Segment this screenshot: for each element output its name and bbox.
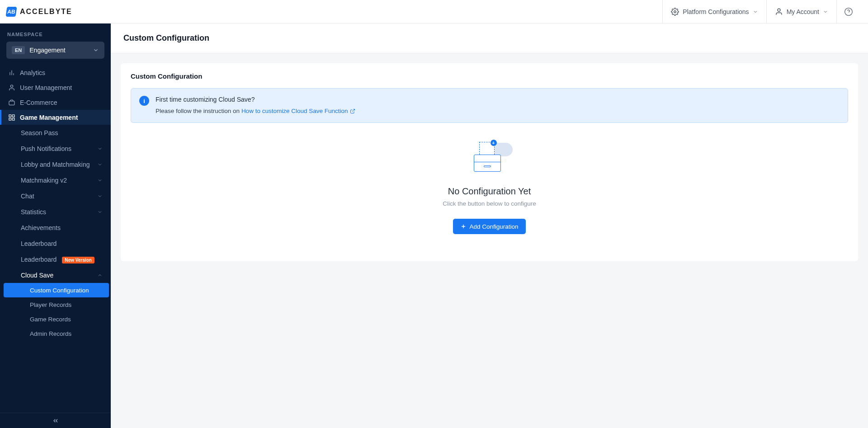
- platform-configurations-menu[interactable]: Platform Configurations: [662, 0, 766, 23]
- plus-icon: [460, 223, 467, 230]
- sub-item-chat[interactable]: Chat: [0, 188, 111, 204]
- sub2-item-admin-records[interactable]: Admin Records: [0, 326, 111, 341]
- sub-item-label: Leaderboard: [21, 256, 57, 263]
- sub2-item-label: Game Records: [30, 316, 71, 323]
- panel-custom-configuration: Custom Configuration i First time custom…: [121, 63, 858, 261]
- svg-point-2: [844, 8, 852, 15]
- store-icon: [8, 99, 15, 106]
- platform-configurations-label: Platform Configurations: [683, 8, 749, 15]
- sub-item-leaderboard[interactable]: Leaderboard: [0, 235, 111, 251]
- new-version-badge: New Version: [62, 257, 94, 263]
- sub-item-label: Push Notifications: [21, 145, 71, 152]
- sub-item-push-notifications[interactable]: Push Notifications: [0, 141, 111, 156]
- button-label: Add Configuration: [469, 223, 518, 230]
- sidebar-item-user-management[interactable]: User Management: [0, 80, 111, 95]
- customize-cloud-save-link[interactable]: How to customize Cloud Save Function: [241, 108, 355, 114]
- sub2-item-label: Admin Records: [30, 330, 71, 337]
- game-management-submenu: Season Pass Push Notifications Lobby and…: [0, 125, 111, 341]
- info-body: Please follow the instruction on How to …: [156, 108, 355, 114]
- sub-item-label: Lobby and Matchmaking: [21, 161, 90, 168]
- svg-point-0: [674, 10, 676, 13]
- sidebar-item-ecommerce[interactable]: E-Commerce: [0, 95, 111, 110]
- svg-point-1: [778, 9, 780, 11]
- sidebar-item-label: E-Commerce: [20, 99, 57, 106]
- sub-item-label: Season Pass: [21, 129, 58, 136]
- empty-subtitle: Click the button below to configure: [443, 200, 536, 207]
- help-icon: [844, 7, 853, 16]
- sub-item-leaderboard-new[interactable]: Leaderboard New Version: [0, 251, 111, 267]
- chevron-up-icon: [97, 273, 103, 278]
- info-banner: i First time customizing Cloud Save? Ple…: [131, 88, 848, 123]
- sub-item-label: Achievements: [21, 224, 61, 231]
- chevron-down-icon: [97, 146, 103, 151]
- empty-state: + No Configuration Yet Click the button …: [131, 123, 848, 234]
- sub-item-matchmaking-v2[interactable]: Matchmaking v2: [0, 172, 111, 188]
- link-text: How to customize Cloud Save Function: [241, 108, 348, 114]
- chevron-down-icon: [93, 47, 99, 53]
- sub-item-achievements[interactable]: Achievements: [0, 220, 111, 235]
- sub-item-season-pass[interactable]: Season Pass: [0, 125, 111, 141]
- svg-rect-8: [9, 101, 14, 105]
- user-icon: [8, 84, 15, 91]
- chevron-down-icon: [97, 162, 103, 167]
- topbar: AB ACCELBYTE Platform Configurations My …: [0, 0, 868, 24]
- add-configuration-button[interactable]: Add Configuration: [453, 219, 525, 234]
- my-account-label: My Account: [787, 8, 819, 15]
- sub-item-label: Matchmaking v2: [21, 177, 67, 184]
- sub2-item-game-records[interactable]: Game Records: [0, 312, 111, 326]
- gear-icon: [671, 8, 679, 16]
- panel-title: Custom Configuration: [131, 72, 848, 80]
- sub2-item-label: Player Records: [30, 301, 71, 308]
- info-heading: First time customizing Cloud Save?: [156, 96, 355, 103]
- namespace-label: NAMESPACE: [0, 24, 111, 42]
- bar-chart-icon: [8, 69, 15, 76]
- chevron-down-icon: [97, 193, 103, 199]
- namespace-badge: EN: [12, 46, 25, 54]
- sub-item-lobby-matchmaking[interactable]: Lobby and Matchmaking: [0, 156, 111, 172]
- brand[interactable]: AB ACCELBYTE: [6, 7, 72, 17]
- svg-point-7: [10, 85, 13, 87]
- chevron-down-icon: [97, 178, 103, 183]
- empty-illustration-icon: +: [469, 146, 510, 177]
- svg-rect-9: [9, 115, 11, 117]
- sidebar-item-analytics[interactable]: Analytics: [0, 65, 111, 80]
- namespace-name: Engagement: [29, 47, 88, 54]
- sub2-item-player-records[interactable]: Player Records: [0, 297, 111, 312]
- chevron-down-icon: [753, 9, 758, 14]
- sidebar: NAMESPACE EN Engagement Analytics User M…: [0, 24, 111, 428]
- sub-item-label: Chat: [21, 193, 34, 200]
- sub-item-statistics[interactable]: Statistics: [0, 204, 111, 220]
- sidebar-item-game-management[interactable]: Game Management: [0, 110, 111, 125]
- page-header: Custom Configuration: [111, 24, 868, 53]
- sub-item-label: Cloud Save: [21, 272, 53, 279]
- external-link-icon: [350, 108, 355, 114]
- brand-logo-icon: AB: [5, 7, 17, 17]
- chevron-down-icon: [823, 9, 828, 14]
- svg-rect-12: [12, 118, 14, 120]
- svg-rect-10: [12, 115, 14, 117]
- namespace-selector[interactable]: EN Engagement: [6, 42, 104, 59]
- sub2-item-custom-configuration[interactable]: Custom Configuration: [4, 283, 109, 297]
- sidebar-item-label: Analytics: [20, 69, 45, 76]
- svg-rect-11: [9, 118, 11, 120]
- main-content: Custom Configuration Custom Configuratio…: [111, 24, 868, 428]
- empty-title: No Configuration Yet: [448, 186, 531, 197]
- user-icon: [775, 8, 783, 16]
- sub-item-label: Leaderboard: [21, 240, 57, 247]
- sub-item-cloud-save[interactable]: Cloud Save: [0, 267, 111, 283]
- help-button[interactable]: [836, 0, 860, 23]
- info-icon: i: [139, 96, 149, 106]
- sidebar-item-label: User Management: [20, 84, 72, 91]
- info-prefix: Please follow the instruction on: [156, 108, 240, 114]
- brand-name: ACCELBYTE: [20, 8, 72, 16]
- svg-line-13: [352, 109, 355, 112]
- chevron-down-icon: [97, 209, 103, 215]
- my-account-menu[interactable]: My Account: [766, 0, 836, 23]
- sub-item-label: Statistics: [21, 208, 46, 216]
- page-title: Custom Configuration: [123, 33, 855, 43]
- sub2-item-label: Custom Configuration: [30, 287, 89, 294]
- sidebar-collapse-button[interactable]: [0, 413, 111, 428]
- grid-icon: [8, 114, 15, 121]
- double-chevron-left-icon: [52, 417, 59, 424]
- sidebar-item-label: Game Management: [20, 114, 78, 121]
